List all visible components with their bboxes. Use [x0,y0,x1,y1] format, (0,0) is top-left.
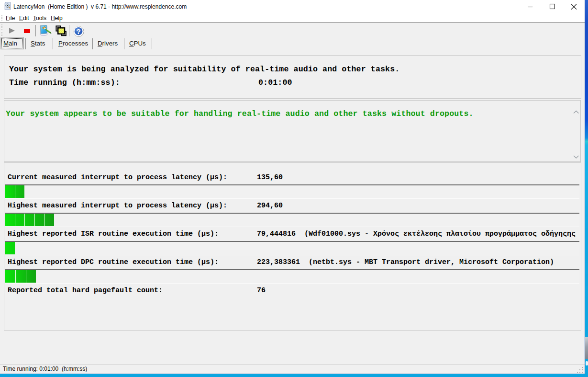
svg-text:?: ? [77,27,81,35]
